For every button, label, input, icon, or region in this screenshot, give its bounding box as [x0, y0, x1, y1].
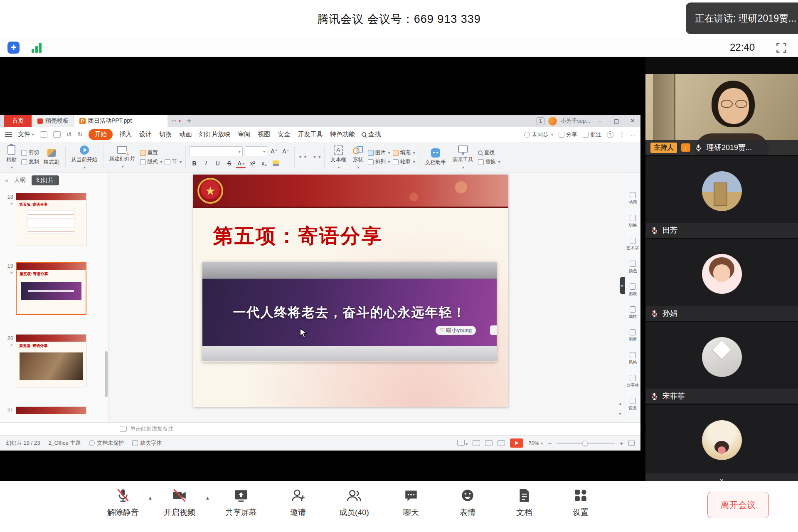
rail-cloud-font[interactable]: 云字体 — [627, 375, 639, 398]
bullets-button[interactable] — [298, 153, 301, 160]
layout-button[interactable]: 版式 — [140, 158, 163, 165]
rail-chart[interactable]: 图表 — [629, 283, 637, 306]
collapse-ribbon-icon[interactable] — [631, 131, 635, 138]
normal-view-icon[interactable] — [473, 440, 480, 446]
participant-tile[interactable]: 田芳 — [645, 156, 798, 238]
docs-button[interactable]: 文档 — [501, 487, 547, 518]
protection-shield-icon[interactable] — [7, 42, 20, 54]
settings-button[interactable]: 设置 — [557, 487, 604, 518]
reading-view-icon[interactable] — [498, 440, 505, 446]
arrange-button[interactable]: 排列 — [368, 158, 390, 165]
slide-thumbnail-20[interactable]: 第五项: 寄语分享 — [16, 334, 86, 387]
invite-button[interactable]: 邀请 — [275, 487, 321, 518]
collapse-rail-icon[interactable] — [620, 277, 625, 294]
cut-button[interactable]: 剪切 — [21, 149, 39, 156]
emoji-button[interactable]: 表情 — [444, 487, 491, 518]
menu-view[interactable]: 视图 — [257, 129, 271, 140]
notes-bar[interactable]: 单击此处添加备注 — [0, 422, 640, 435]
file-menu[interactable]: 文件 — [18, 131, 34, 138]
menu-review[interactable]: 审阅 — [237, 129, 251, 140]
copy-button[interactable]: 复制 — [21, 158, 39, 165]
participant-tile-partial[interactable] — [645, 405, 798, 481]
subscript-button[interactable]: x₂ — [259, 158, 269, 168]
textbox-button[interactable]: 文本框 — [328, 145, 348, 170]
zoom-slider[interactable] — [557, 443, 615, 444]
fill-button[interactable]: 填充 — [393, 149, 415, 156]
new-document-tab-button[interactable] — [187, 116, 191, 126]
slide-image[interactable]: 一代人终将老去，奋斗的心永远年轻！ ♡ 喵小young — [202, 262, 497, 362]
chat-button[interactable]: 聊天 — [388, 487, 434, 518]
rail-settings[interactable]: 设置 — [629, 398, 637, 421]
tab-document[interactable]: P团日活动PPT.ppt — [74, 115, 167, 127]
tab-outline[interactable]: 大纲 — [14, 177, 26, 184]
rail-animation[interactable]: 动画 — [629, 192, 637, 215]
play-from-current-button[interactable]: 从当前开始 — [69, 145, 100, 170]
more-icon[interactable] — [619, 131, 625, 138]
sync-status[interactable]: 未同步 — [524, 131, 553, 138]
share-button[interactable]: 分享 — [559, 131, 577, 138]
new-slide-button[interactable]: 新建幻灯片 — [107, 145, 138, 170]
rail-gallery[interactable]: 图库 — [629, 329, 637, 352]
menu-animation[interactable]: 动画 — [178, 129, 192, 140]
fit-page-icon[interactable] — [628, 441, 635, 446]
replace-button[interactable]: 替换 — [478, 158, 500, 165]
increase-font-button[interactable]: A⁺ — [269, 146, 279, 156]
menu-home[interactable]: 开始 — [89, 129, 113, 140]
mic-options-icon[interactable] — [148, 495, 153, 500]
tab-home[interactable]: 首页 — [4, 115, 32, 127]
window-count-badge[interactable]: 1 — [537, 117, 544, 125]
tab-slides[interactable]: 幻灯片 — [32, 175, 59, 185]
zoom-in-icon[interactable]: + — [620, 440, 623, 447]
italic-button[interactable]: I — [201, 158, 211, 168]
menu-features[interactable]: 特色功能 — [329, 129, 356, 140]
tab-docer[interactable]: 稻壳模板 — [32, 115, 74, 127]
font-color-button[interactable]: A — [236, 160, 246, 168]
find-button[interactable]: 查找 — [478, 149, 500, 156]
slide-title[interactable]: 第五项：寄语分享 — [213, 223, 383, 249]
outline-button[interactable]: 轮廓 — [393, 158, 415, 165]
collapse-sidebar-icon[interactable] — [5, 177, 8, 184]
notes-toggle[interactable] — [457, 440, 468, 447]
picture-button[interactable]: 图片 — [368, 149, 390, 156]
paste-button[interactable]: 粘贴 — [4, 144, 19, 170]
slideshow-play-button[interactable] — [510, 438, 523, 448]
collapse-videos-icon[interactable] — [720, 477, 724, 481]
slide-19[interactable]: 第五项：寄语分享 一代人终将老去，奋斗的心永远年轻！ ♡ 喵小young — [193, 175, 508, 407]
sidebar-scrollbar[interactable] — [105, 351, 108, 397]
menu-design[interactable]: 设计 — [138, 129, 153, 140]
participant-tile[interactable]: 孙娟 — [645, 239, 798, 321]
zoom-slider-handle[interactable] — [582, 441, 588, 446]
close-button[interactable] — [626, 117, 639, 125]
zoom-out-icon[interactable]: − — [548, 440, 552, 447]
menu-icon[interactable] — [5, 132, 12, 137]
redo-icon[interactable]: ↻ — [78, 131, 83, 138]
leave-meeting-button[interactable]: 离开会议 — [707, 492, 769, 518]
share-screen-button[interactable]: 共享屏幕 — [218, 487, 264, 518]
font-family-select[interactable] — [190, 146, 243, 156]
participant-tile[interactable]: 宋菲菲 — [645, 322, 798, 404]
rail-transition[interactable]: 切换 — [629, 215, 637, 238]
start-video-button[interactable]: 开启视频 — [156, 487, 203, 518]
menu-find[interactable]: 查找 — [362, 131, 381, 138]
help-icon[interactable]: ? — [607, 131, 613, 138]
doc-assistant-button[interactable]: 文档助手 — [423, 148, 448, 167]
menu-developer[interactable]: 开发工具 — [297, 129, 323, 140]
slide-thumbnail-19-selected[interactable]: 第五项: 寄语分享 — [16, 262, 86, 315]
account-avatar[interactable] — [548, 117, 557, 126]
menu-insert[interactable]: 插入 — [118, 129, 133, 140]
slide-thumbnail-21[interactable] — [16, 406, 86, 416]
sorter-view-icon[interactable] — [485, 440, 493, 446]
underline-button[interactable]: U — [213, 158, 222, 168]
superscript-button[interactable]: x² — [248, 158, 257, 168]
highlight-button[interactable] — [271, 158, 281, 168]
bold-button[interactable]: B — [190, 158, 199, 168]
rail-style[interactable]: 风格 — [629, 352, 637, 375]
unmute-button[interactable]: 解除静音 — [100, 487, 146, 518]
rail-wordart[interactable]: 艺术字 — [627, 238, 639, 261]
rail-color[interactable]: 颜色 — [629, 261, 637, 283]
numbering-button[interactable] — [303, 153, 306, 160]
font-size-select[interactable] — [245, 146, 267, 156]
reset-button[interactable]: 重置 — [140, 149, 182, 156]
previous-slide-icon[interactable] — [619, 401, 621, 406]
protection-status[interactable]: 文档未保护 — [89, 439, 124, 447]
